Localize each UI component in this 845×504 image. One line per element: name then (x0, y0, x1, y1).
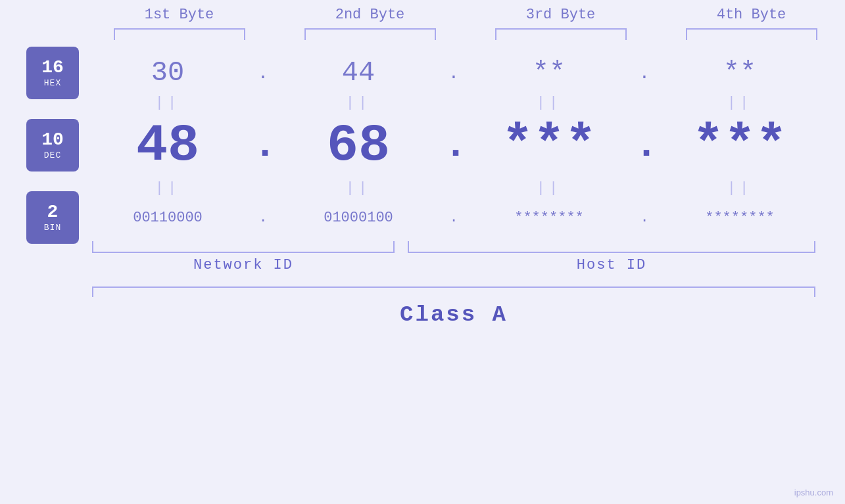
eq2-b1: || (102, 180, 233, 196)
hex-dot3: . (635, 63, 654, 83)
class-label: Class A (400, 302, 508, 327)
eq1-b2: || (293, 95, 424, 111)
bin-row: 00110000 . 01000100 . ******** . *******… (92, 198, 815, 237)
dec-dot1: . (253, 126, 273, 165)
bin-b1: 00110000 (102, 210, 233, 226)
dec-b1: 48 (102, 116, 233, 175)
dec-b4: *** (674, 116, 806, 175)
dec-badge: 10 DEC (26, 119, 79, 172)
bin-dot3: . (635, 210, 654, 226)
dec-badge-label: DEC (44, 150, 61, 160)
bin-b3: ******** (483, 210, 615, 226)
top-brackets (104, 28, 827, 40)
byte-headers: 1st Byte 2nd Byte 3rd Byte 4th Byte (104, 7, 827, 23)
eq1-b4: || (674, 95, 806, 111)
equals-row-1: || || || || (92, 93, 815, 112)
bracket-byte2 (304, 28, 436, 40)
bin-b2: 01000100 (293, 210, 424, 226)
hex-b1: 30 (102, 57, 233, 89)
bin-badge: 2 BIN (26, 191, 79, 244)
byte3-label: 3rd Byte (495, 7, 627, 23)
hex-dot1: . (253, 63, 273, 83)
hex-badge: 16 HEX (26, 47, 79, 99)
hex-badge-label: HEX (44, 78, 61, 88)
dec-badge-wrapper: 10 DEC (26, 112, 79, 178)
hex-b2: 44 (293, 57, 424, 89)
eq1-b3: || (483, 95, 615, 111)
hex-b3: ** (483, 57, 615, 89)
hex-badge-num: 16 (41, 58, 64, 78)
bin-badge-label: BIN (44, 223, 61, 233)
eq2-b3: || (483, 180, 615, 196)
badge-column: 16 HEX 10 DEC 2 BIN (0, 53, 92, 237)
bracket-byte4 (686, 28, 817, 40)
bracket-byte1 (114, 28, 245, 40)
bin-badge-wrapper: 2 BIN (26, 198, 79, 237)
eq2-b2: || (293, 180, 424, 196)
eq1-b1: || (102, 95, 233, 111)
bin-dot2: . (444, 210, 464, 226)
bottom-labels: Network ID Host ID (92, 257, 815, 273)
byte4-label: 4th Byte (686, 7, 817, 23)
network-id-label: Network ID (92, 257, 395, 273)
bottom-brackets (92, 241, 815, 253)
hex-dot2: . (444, 63, 464, 83)
hex-badge-wrapper: 16 HEX (26, 53, 79, 93)
dec-dot2: . (444, 126, 464, 165)
host-id-label: Host ID (408, 257, 815, 273)
class-top-bracket (92, 286, 815, 297)
byte1-label: 1st Byte (114, 7, 245, 23)
dec-b2: 68 (293, 116, 424, 175)
dec-b3: *** (483, 116, 615, 175)
bracket-gap (395, 241, 408, 253)
bin-badge-num: 2 (47, 202, 59, 223)
dec-row: 48 . 68 . *** . *** (92, 112, 815, 178)
bracket-byte3 (495, 28, 627, 40)
class-label-container: Class A (92, 302, 815, 327)
bottom-bracket-area: Network ID Host ID (92, 241, 815, 273)
equals-row-2: || || || || (92, 178, 815, 198)
eq2-b4: || (674, 180, 806, 196)
content-area: 16 HEX 10 DEC 2 BIN (0, 53, 845, 327)
values-area: 30 . 44 . ** . ** || || || || 48 (92, 53, 845, 327)
bin-b4: ******** (674, 210, 806, 226)
host-bracket (408, 241, 815, 253)
dec-badge-num: 10 (41, 130, 64, 150)
hex-row: 30 . 44 . ** . ** (92, 53, 815, 93)
byte2-label: 2nd Byte (304, 7, 436, 23)
dec-dot3: . (635, 126, 654, 165)
hex-b4: ** (674, 57, 806, 89)
bin-dot1: . (253, 210, 273, 226)
network-bracket (92, 241, 395, 253)
watermark: ipshu.com (794, 488, 833, 497)
main-container: 1st Byte 2nd Byte 3rd Byte 4th Byte 16 H… (0, 0, 845, 504)
